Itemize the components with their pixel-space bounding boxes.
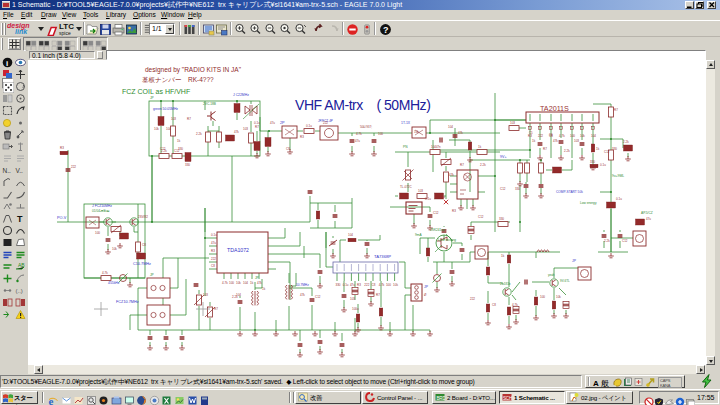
- svg-text:JP: JP: [255, 276, 259, 280]
- svg-text:330: 330: [185, 163, 190, 167]
- svg-text:J FCZ10MHz: J FCZ10MHz: [92, 204, 112, 208]
- svg-text:JP: JP: [150, 273, 154, 277]
- svg-text:10k: 10k: [154, 127, 159, 131]
- svg-text:4.7k: 4.7k: [559, 134, 565, 138]
- svg-text:104: 104: [448, 125, 453, 129]
- svg-text:SCH: SCH: [503, 396, 512, 401]
- svg-text:C8: C8: [286, 147, 290, 151]
- svg-text:R7: R7: [187, 117, 191, 121]
- svg-text:Ø: Ø: [424, 293, 427, 297]
- svg-text:47u: 47u: [440, 195, 445, 199]
- svg-text:47u: 47u: [646, 217, 651, 221]
- svg-text:4.7k: 4.7k: [102, 271, 108, 275]
- svg-text:R7: R7: [255, 125, 259, 129]
- svg-text:330: 330: [336, 283, 341, 287]
- svg-text:100: 100: [95, 231, 100, 235]
- svg-text:103: 103: [510, 121, 515, 125]
- svg-text:yeah: yeah: [548, 273, 555, 277]
- svg-text:330: 330: [499, 217, 504, 221]
- svg-text:4.7k: 4.7k: [222, 281, 228, 285]
- svg-text:C8: C8: [211, 264, 215, 268]
- svg-text:103: 103: [243, 127, 248, 131]
- svg-text:10k: 10k: [112, 247, 117, 251]
- svg-text:2VC-18B: 2VC-18B: [203, 102, 216, 106]
- svg-text:9V-6TL: 9V-6TL: [560, 279, 570, 283]
- svg-text:0.1u: 0.1u: [254, 121, 260, 125]
- svg-text:1k: 1k: [596, 147, 600, 151]
- svg-text:47k: 47k: [158, 117, 163, 121]
- svg-text:Low mixing: Low mixing: [438, 238, 456, 242]
- svg-text:V..: V..: [16, 167, 24, 174]
- svg-text:R7: R7: [614, 108, 618, 112]
- svg-text:47k: 47k: [257, 281, 262, 285]
- svg-text:104: 104: [243, 281, 248, 285]
- svg-text:J C22MHz: J C22MHz: [233, 93, 249, 97]
- svg-text:9v+9ML: 9v+9ML: [612, 174, 624, 178]
- svg-text:455kHz: 455kHz: [108, 281, 120, 285]
- svg-text:9mA: 9mA: [415, 233, 422, 237]
- svg-text:0.1u: 0.1u: [211, 233, 217, 237]
- svg-text:C12: C12: [622, 239, 628, 243]
- svg-text:47u: 47u: [350, 283, 355, 287]
- svg-text:2w181b: 2w181b: [500, 282, 511, 286]
- svg-text:R7: R7: [543, 147, 547, 151]
- svg-text:C6: C6: [549, 133, 553, 137]
- svg-text:10.7MHz: 10.7MHz: [296, 283, 309, 287]
- svg-text:330: 330: [178, 147, 183, 151]
- svg-text:47k: 47k: [458, 131, 463, 135]
- svg-text:VHF AM-trx ( 50MHz): VHF AM-trx ( 50MHz): [295, 97, 430, 113]
- svg-text:103: 103: [418, 189, 423, 193]
- svg-text:C8: C8: [492, 303, 496, 307]
- svg-text:C5: C5: [529, 131, 533, 135]
- svg-text:47u: 47u: [211, 241, 216, 245]
- svg-text:10k: 10k: [236, 281, 241, 285]
- svg-text:1T-1X: 1T-1X: [401, 121, 411, 125]
- svg-text:R3: R3: [300, 135, 304, 139]
- svg-text:0.1u: 0.1u: [600, 163, 606, 167]
- svg-text:R7: R7: [460, 163, 464, 167]
- svg-text:10k: 10k: [414, 130, 419, 134]
- svg-text:BRD: BRD: [437, 396, 446, 401]
- svg-text:R7: R7: [376, 293, 380, 297]
- svg-text:FCZ COIL as HF/VHF: FCZ COIL as HF/VHF: [122, 88, 190, 95]
- svg-text:330: 330: [515, 187, 520, 191]
- svg-text:N..: N..: [3, 167, 12, 174]
- svg-text:FCZ10.7MHz: FCZ10.7MHz: [116, 300, 139, 304]
- svg-text:9V+: 9V+: [500, 155, 507, 159]
- svg-text:01/04調整型: 01/04調整型: [92, 209, 110, 213]
- svg-text:47k: 47k: [449, 173, 454, 177]
- svg-text:222: 222: [538, 134, 543, 138]
- svg-text:0.1u: 0.1u: [306, 124, 312, 128]
- svg-text:JP: JP: [572, 259, 577, 263]
- svg-text:2SK241up: 2SK241up: [430, 228, 445, 232]
- svg-text:222: 222: [470, 297, 475, 301]
- svg-text:103: 103: [171, 117, 176, 121]
- svg-text:PO-V: PO-V: [57, 216, 67, 220]
- svg-text:1k: 1k: [250, 281, 254, 285]
- svg-text:2SV/82: 2SV/82: [138, 215, 148, 219]
- svg-text:10k: 10k: [393, 283, 398, 287]
- svg-text:222: 222: [323, 121, 328, 125]
- svg-text:103: 103: [350, 297, 355, 301]
- svg-text:100u: 100u: [352, 307, 359, 311]
- svg-text:2.2k: 2.2k: [480, 163, 486, 167]
- svg-text:1k: 1k: [177, 139, 181, 143]
- svg-text:designed by "RADIO KITS IN JA": designed by "RADIO KITS IN JA": [145, 66, 242, 74]
- svg-text:R7: R7: [214, 307, 218, 311]
- svg-text:TA2011S: TA2011S: [540, 104, 569, 113]
- svg-text:47k: 47k: [300, 293, 305, 297]
- svg-text:4.7k: 4.7k: [356, 132, 362, 136]
- svg-text:R3: R3: [60, 146, 64, 150]
- svg-text:C12: C12: [478, 215, 484, 219]
- svg-text:104: 104: [166, 127, 171, 131]
- svg-text:0.1u: 0.1u: [616, 197, 622, 201]
- svg-text:green 50.05MHz: green 50.05MHz: [153, 107, 178, 111]
- svg-text:R3: R3: [452, 209, 456, 213]
- svg-text:1k: 1k: [532, 139, 536, 143]
- svg-text:222: 222: [364, 283, 369, 287]
- svg-text:C12: C12: [315, 295, 321, 299]
- svg-text:2.2k: 2.2k: [196, 132, 202, 136]
- svg-text:0.1u: 0.1u: [343, 283, 349, 287]
- svg-text:47k: 47k: [553, 139, 558, 143]
- svg-text:2P: 2P: [280, 121, 285, 125]
